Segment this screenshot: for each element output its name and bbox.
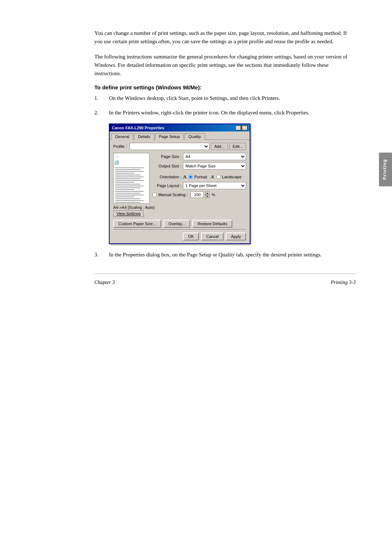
scaling-unit: % (212, 193, 215, 197)
ok-button[interactable]: OK (183, 232, 199, 240)
scaling-spinner: ▲ ▼ (205, 191, 209, 198)
footer: Chapter 3 Printing 3-3 (94, 280, 356, 285)
step-2-num: 2. (94, 109, 109, 117)
page-preview: 📄 🔄 (113, 153, 150, 204)
page-layout-label: Page Layout : (152, 183, 181, 188)
manual-scaling-row: Manual Scaling : ▲ ▼ % (152, 191, 246, 198)
step-2: 2. In the Printers window, right-click t… (94, 109, 356, 117)
view-settings-button[interactable]: View Settings (113, 210, 144, 217)
tab-general[interactable]: General (111, 133, 133, 140)
dialog-tabs: General Details Page Setup Quality (110, 131, 250, 140)
portrait-radio[interactable] (188, 175, 193, 179)
orientation-row: Orientation : A Portrait A Landscape (152, 174, 246, 180)
dialog-body: Profile : Add... Edit... 📄 🔄 (110, 140, 250, 243)
spin-up-button[interactable]: ▲ (205, 191, 209, 195)
dialog-titlebar: Canon FAX-L290 Properties ? ✕ (110, 124, 250, 131)
bottom-buttons-row: Custom Paper Size... Overlay... Restore … (113, 220, 246, 228)
manual-scaling-label: Manual Scaling : (158, 193, 188, 197)
ok-cancel-row: OK Cancel Apply (113, 229, 246, 240)
step-1-text: On the Windows desktop, click Start, poi… (109, 94, 356, 102)
page-size-row: Page Size : A4 (152, 153, 246, 160)
properties-dialog: Canon FAX-L290 Properties ? ✕ General De… (109, 123, 250, 244)
dialog-main: 📄 🔄 (113, 153, 246, 204)
paragraph-2: The following instructions summarize the… (94, 53, 356, 78)
footer-right: Printing 3-3 (331, 280, 356, 285)
tab-details[interactable]: Details (134, 133, 154, 140)
scaling-status: A4->A4 [Scaling : Auto] (113, 205, 246, 210)
help-button[interactable]: ? (235, 125, 241, 130)
add-button[interactable]: Add... (211, 143, 228, 150)
section-heading: To define print settings (Windows 98/Me)… (94, 84, 356, 90)
apply-button[interactable]: Apply (226, 232, 246, 240)
page-layout-row: Page Layout : 1 Page per Sheet (152, 182, 246, 189)
steps-list: 1. On the Windows desktop, click Start, … (94, 94, 356, 117)
steps-list-2: 3. In the Properties dialog box, on the … (94, 251, 356, 259)
printing-tab: Printing (379, 153, 392, 186)
profile-dropdown[interactable] (130, 143, 209, 150)
restore-defaults-button[interactable]: Restore Defaults (192, 220, 232, 228)
scaling-value-input[interactable] (191, 191, 204, 198)
output-size-dropdown[interactable]: Match Page Size (183, 162, 246, 170)
page-layout-dropdown[interactable]: 1 Page per Sheet (183, 182, 246, 189)
cancel-button[interactable]: Cancel (201, 232, 224, 240)
manual-scaling-checkbox[interactable] (152, 193, 157, 197)
close-button[interactable]: ✕ (242, 125, 248, 130)
spin-down-button[interactable]: ▼ (205, 195, 209, 198)
output-size-row: Output Size : Match Page Size (152, 162, 246, 170)
landscape-label: Landscape (222, 175, 242, 179)
tab-page-setup[interactable]: Page Setup (155, 133, 184, 140)
overlay-button[interactable]: Overlay... (163, 220, 190, 228)
page-size-dropdown[interactable]: A4 (183, 153, 246, 160)
custom-paper-size-button[interactable]: Custom Paper Size... (113, 220, 161, 228)
output-size-label: Output Size : (152, 164, 181, 168)
preview-page-icon: 📄 (114, 155, 119, 159)
titlebar-controls: ? ✕ (235, 125, 248, 130)
landscape-letter: A (211, 174, 214, 180)
dialog-settings: Page Size : A4 Output Size : Match Page … (152, 153, 246, 204)
footer-divider (94, 274, 356, 274)
page: Printing You can change a number of prin… (0, 0, 392, 555)
step-1: 1. On the Windows desktop, click Start, … (94, 94, 356, 102)
dialog-title: Canon FAX-L290 Properties (112, 126, 164, 130)
orientation-label: Orientation : (152, 175, 181, 179)
footer-left: Chapter 3 (94, 280, 115, 285)
landscape-radio[interactable] (216, 175, 221, 179)
preview-lines (115, 166, 147, 204)
content-area: You can change a number of print setting… (94, 29, 363, 285)
paragraph-1: You can change a number of print setting… (94, 29, 356, 46)
portrait-label: Portrait (194, 175, 207, 179)
step-2-text: In the Printers window, right-click the … (109, 109, 356, 117)
portrait-letter: A (183, 174, 186, 180)
step-1-num: 1. (94, 94, 109, 102)
tab-quality[interactable]: Quality (184, 133, 205, 140)
page-size-label: Page Size : (152, 154, 181, 159)
step-3-num: 3. (94, 251, 109, 259)
edit-button[interactable]: Edit... (229, 143, 246, 150)
dialog-wrapper: Canon FAX-L290 Properties ? ✕ General De… (109, 123, 356, 244)
profile-label: Profile : (113, 144, 127, 149)
step-3-text: In the Properties dialog box, on the Pag… (109, 251, 356, 259)
profile-row: Profile : Add... Edit... (113, 143, 246, 150)
step-3: 3. In the Properties dialog box, on the … (94, 251, 356, 259)
preview-orientation-icon: 🔄 (114, 161, 119, 165)
